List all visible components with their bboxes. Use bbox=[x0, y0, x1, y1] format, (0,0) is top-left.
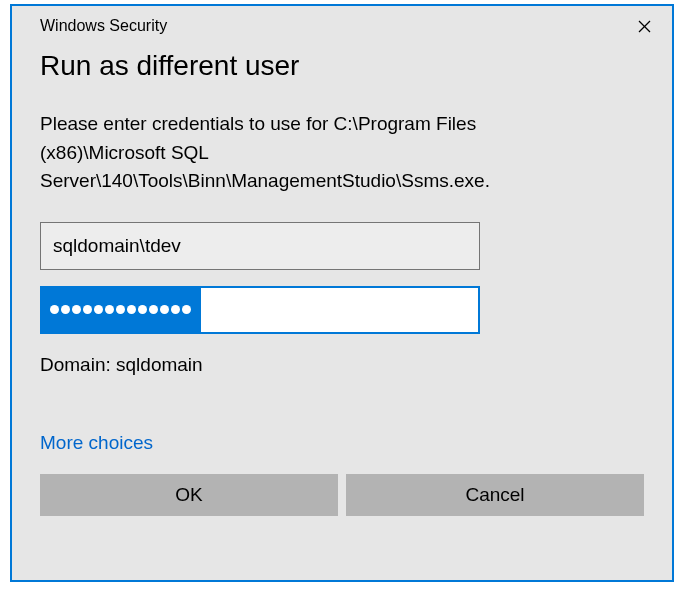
close-icon bbox=[638, 20, 651, 33]
ok-button[interactable]: OK bbox=[40, 474, 338, 516]
titlebar: Windows Security bbox=[12, 6, 672, 40]
password-dot-icon bbox=[149, 305, 158, 314]
titlebar-title: Windows Security bbox=[40, 17, 167, 35]
password-dot-icon bbox=[171, 305, 180, 314]
instruction-text: Please enter credentials to use for C:\P… bbox=[40, 110, 600, 196]
dialog-content: Run as different user Please enter crede… bbox=[12, 40, 672, 534]
username-input[interactable] bbox=[40, 222, 480, 270]
password-dot-icon bbox=[116, 305, 125, 314]
password-dot-icon bbox=[50, 305, 59, 314]
password-selection bbox=[42, 288, 201, 332]
credential-dialog: Windows Security Run as different user P… bbox=[10, 4, 674, 582]
dialog-heading: Run as different user bbox=[40, 50, 644, 82]
password-dot-icon bbox=[83, 305, 92, 314]
close-button[interactable] bbox=[624, 12, 664, 40]
password-dot-icon bbox=[72, 305, 81, 314]
password-dot-icon bbox=[160, 305, 169, 314]
button-row: OK Cancel bbox=[40, 474, 644, 516]
cancel-button[interactable]: Cancel bbox=[346, 474, 644, 516]
password-dot-icon bbox=[94, 305, 103, 314]
password-dot-icon bbox=[182, 305, 191, 314]
password-dot-icon bbox=[138, 305, 147, 314]
domain-label: Domain: sqldomain bbox=[40, 354, 644, 376]
password-dot-icon bbox=[105, 305, 114, 314]
password-input[interactable] bbox=[40, 286, 480, 334]
more-choices-link[interactable]: More choices bbox=[40, 432, 153, 454]
password-dot-icon bbox=[61, 305, 70, 314]
password-dot-icon bbox=[127, 305, 136, 314]
password-text-area[interactable] bbox=[201, 288, 478, 332]
